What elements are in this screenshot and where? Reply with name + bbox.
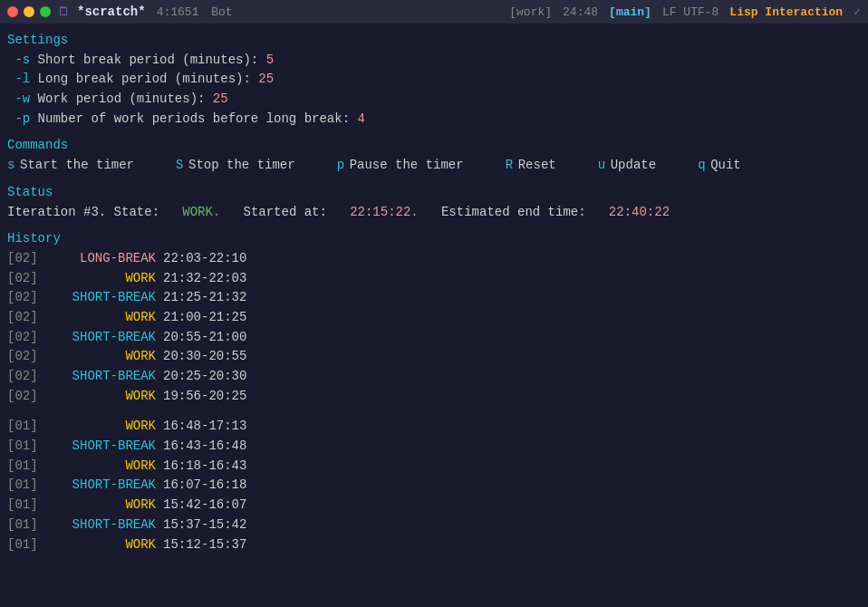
- work-value: 25: [213, 90, 228, 110]
- history-iter: [01]: [7, 496, 47, 515]
- cmd-key-s[interactable]: s: [7, 156, 20, 176]
- commands-section: Commands s Start the timer S Stop the ti…: [7, 136, 861, 175]
- history-group-1: [01]WORK16:48-17:13[01]SHORT-BREAK16:43-…: [7, 417, 861, 554]
- history-group-0: [02]LONG-BREAK22:03-22:10[02]WORK21:32-2…: [7, 249, 861, 407]
- history-type: WORK: [47, 417, 156, 437]
- history-row: [01]SHORT-BREAK16:07-16:18: [7, 476, 861, 496]
- setting-short-break: -s Short break period (minutes): 5: [7, 51, 861, 71]
- cmd-key-q[interactable]: q: [698, 156, 710, 176]
- history-time: 21:25-21:32: [163, 288, 246, 308]
- history-type: SHORT-BREAK: [47, 476, 156, 496]
- history-iter: [01]: [7, 535, 47, 555]
- history-iter: [02]: [7, 308, 47, 328]
- history-row: [01]WORK16:48-17:13: [7, 417, 861, 437]
- flag-w: -w: [7, 90, 30, 110]
- flag-s: -s: [7, 51, 30, 71]
- history-time: 15:37-15:42: [163, 515, 246, 535]
- history-type: WORK: [47, 308, 156, 328]
- history-type: WORK: [47, 269, 156, 289]
- cmd-key-u[interactable]: u: [598, 156, 611, 176]
- history-type: WORK: [47, 387, 156, 407]
- setting-work: -w Work period (minutes): 25: [7, 90, 861, 110]
- history-label: History: [7, 229, 861, 249]
- close-button[interactable]: [7, 6, 18, 17]
- titlebar-right: [work] 24:48 [main] LF UTF-8 Lisp Intera…: [509, 5, 861, 19]
- emacs-icon: 🗒: [58, 5, 70, 19]
- history-time: 15:42-16:07: [163, 496, 246, 515]
- history-time: 22:03-22:10: [163, 249, 246, 269]
- history-time: 15:12-15:37: [163, 535, 246, 555]
- periods-value: 4: [357, 110, 364, 130]
- end-time: 22:40:22: [609, 205, 670, 219]
- flag-p: -p: [7, 110, 30, 130]
- long-break-value: 25: [258, 70, 274, 90]
- settings-label: Settings: [7, 31, 861, 51]
- cmd-quit[interactable]: Quit: [710, 156, 741, 176]
- cmd-start[interactable]: Start the timer: [20, 156, 134, 176]
- history-row: [02]SHORT-BREAK21:25-21:32: [7, 288, 861, 308]
- cmd-update[interactable]: Update: [611, 156, 656, 176]
- history-row: [01]WORK15:42-16:07: [7, 496, 861, 515]
- history-row: [02]WORK21:00-21:25: [7, 308, 861, 328]
- history-type: WORK: [47, 535, 156, 555]
- cmd-stop[interactable]: Stop the timer: [188, 156, 295, 176]
- minimize-button[interactable]: [24, 6, 34, 17]
- history-type: WORK: [47, 496, 156, 515]
- started-label: Started at:: [243, 205, 326, 219]
- cmd-pause[interactable]: Pause the timer: [350, 156, 464, 176]
- history-type: SHORT-BREAK: [47, 437, 156, 457]
- cmd-key-R[interactable]: R: [506, 156, 518, 176]
- history-row: [02]SHORT-BREAK20:25-20:30: [7, 367, 861, 387]
- history-time: 16:18-16:43: [163, 457, 246, 477]
- status-section: Status Iteration #3. State: WORK. Starte…: [7, 183, 861, 222]
- setting-long-break: -l Long break period (minutes): 25: [7, 70, 861, 90]
- history-iter: [02]: [7, 387, 47, 407]
- history-type: SHORT-BREAK: [47, 288, 156, 308]
- history-time: 20:25-20:30: [163, 367, 246, 387]
- encoding-info: LF UTF-8: [662, 5, 719, 19]
- iteration-text: Iteration #3. State:: [7, 205, 159, 219]
- work-tag: [work]: [509, 5, 552, 19]
- history-row: [02]WORK20:30-20:55: [7, 347, 861, 367]
- check-icon: ✓: [854, 5, 861, 19]
- history-row: [01]SHORT-BREAK15:37-15:42: [7, 515, 861, 535]
- history-row: [02]LONG-BREAK22:03-22:10: [7, 249, 861, 269]
- maximize-button[interactable]: [40, 6, 51, 17]
- commands-label: Commands: [7, 136, 861, 156]
- buffer-time: 24:48: [563, 5, 598, 19]
- history-iter: [02]: [7, 328, 47, 348]
- history-type: SHORT-BREAK: [47, 328, 156, 348]
- history-time: 16:48-17:13: [163, 417, 246, 437]
- setting-periods: -p Number of work periods before long br…: [7, 110, 861, 130]
- history-row: [02]SHORT-BREAK20:55-21:00: [7, 328, 861, 348]
- short-break-value: 5: [266, 51, 274, 71]
- history-row: [02]WORK19:56-20:25: [7, 387, 861, 407]
- buffer-position: 4:1651 Bot: [157, 5, 233, 19]
- buffer-title: *scratch*: [77, 5, 146, 19]
- history-row: [01]WORK15:12-15:37: [7, 535, 861, 555]
- history-iter: [01]: [7, 476, 47, 496]
- cmd-key-S[interactable]: S: [176, 156, 188, 176]
- flag-l: -l: [7, 70, 30, 90]
- cmd-key-p[interactable]: p: [337, 156, 350, 176]
- history-iter: [02]: [7, 347, 47, 367]
- history-iter: [02]: [7, 269, 47, 289]
- history-row: [02]WORK21:32-22:03: [7, 269, 861, 289]
- history-iter: [02]: [7, 288, 47, 308]
- status-line: Iteration #3. State: WORK. Started at: 2…: [7, 203, 861, 223]
- history-time: 21:00-21:25: [163, 308, 246, 328]
- history-type: SHORT-BREAK: [47, 515, 156, 535]
- titlebar: 🗒 *scratch* 4:1651 Bot [work] 24:48 [mai…: [0, 0, 868, 24]
- history-time: 16:07-16:18: [163, 476, 246, 496]
- history-type: SHORT-BREAK: [47, 367, 156, 387]
- commands-row: s Start the timer S Stop the timer p Pau…: [7, 156, 861, 176]
- started-time: 22:15:22.: [350, 205, 419, 219]
- main-content: Settings -s Short break period (minutes)…: [0, 24, 868, 558]
- history-iter: [01]: [7, 417, 47, 437]
- cmd-reset[interactable]: Reset: [518, 156, 556, 176]
- history-iter: [02]: [7, 367, 47, 387]
- history-iter: [02]: [7, 249, 47, 269]
- history-iter: [01]: [7, 515, 47, 535]
- history-section: History [02]LONG-BREAK22:03-22:10[02]WOR…: [7, 229, 861, 554]
- long-break-text: Long break period (minutes):: [30, 70, 258, 90]
